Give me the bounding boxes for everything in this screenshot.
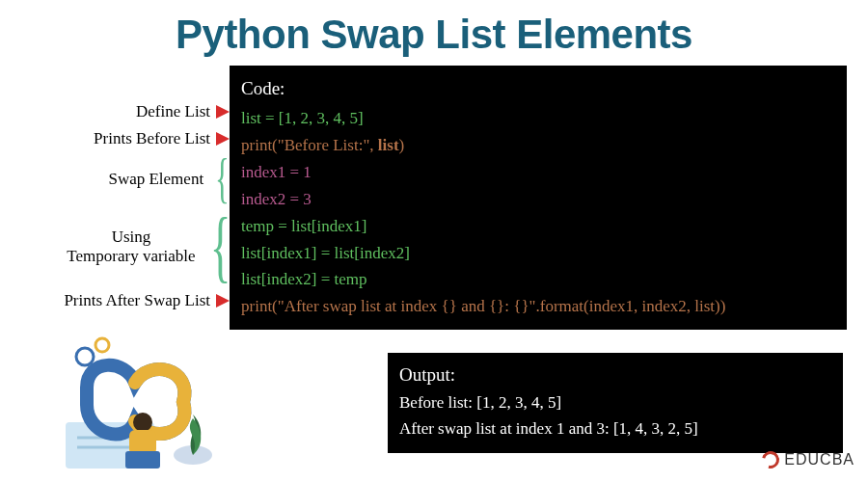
code-line-8: print("After swap list at index {} and {… bbox=[241, 293, 837, 320]
devops-illustration bbox=[58, 330, 231, 474]
code-heading: Code: bbox=[241, 73, 837, 103]
code-fragment: print("Before List:", bbox=[241, 136, 378, 154]
brand-text: EDUCBA bbox=[784, 451, 854, 469]
arrow-right-icon bbox=[216, 105, 230, 119]
code-fragment-bold: list bbox=[378, 136, 399, 154]
label-define-list: Define List bbox=[136, 98, 230, 125]
annotation-column: Define List Prints Before List Swap Elem… bbox=[4, 66, 230, 314]
output-heading: Output: bbox=[399, 361, 831, 388]
label-text: Prints After Swap List bbox=[64, 291, 210, 310]
output-line-2: After swap list at index 1 and 3: [1, 4,… bbox=[399, 416, 831, 442]
code-line-5: temp = list[index1] bbox=[241, 213, 837, 240]
code-line-2: print("Before List:", list) bbox=[241, 132, 837, 159]
label-line2: Temporary variable bbox=[67, 247, 195, 266]
label-text: Swap Element bbox=[108, 170, 203, 189]
label-using-temp: Using Temporary variable { bbox=[67, 206, 230, 287]
arrow-right-icon bbox=[216, 294, 230, 308]
label-text: Define List bbox=[136, 102, 210, 121]
code-line-7: list[index2] = temp bbox=[241, 266, 837, 293]
output-line-1: Before list: [1, 2, 3, 4, 5] bbox=[399, 390, 831, 415]
illus-person-head bbox=[133, 413, 152, 432]
illus-laptop bbox=[125, 451, 160, 469]
brand-logo: EDUCBA bbox=[762, 451, 854, 469]
code-line-3: index1 = 1 bbox=[241, 159, 837, 186]
label-prints-before: Prints Before List bbox=[94, 125, 230, 152]
label-text: Prints Before List bbox=[94, 129, 210, 148]
code-line-4: index2 = 3 bbox=[241, 186, 837, 213]
label-text: Using Temporary variable bbox=[67, 228, 195, 265]
page-title: Python Swap List Elements bbox=[0, 0, 868, 66]
curly-brace-icon: { bbox=[209, 225, 231, 268]
code-fragment: ) bbox=[399, 136, 405, 154]
gear-icon bbox=[76, 348, 94, 365]
code-block: Code: list = [1, 2, 3, 4, 5] print("Befo… bbox=[230, 66, 847, 330]
gear-icon bbox=[95, 338, 109, 352]
label-line1: Using bbox=[112, 228, 151, 247]
label-prints-after: Prints After Swap List bbox=[64, 287, 230, 314]
code-line-1: list = [1, 2, 3, 4, 5] bbox=[241, 105, 837, 132]
code-line-6: list[index1] = list[index2] bbox=[241, 240, 837, 267]
output-block: Output: Before list: [1, 2, 3, 4, 5] Aft… bbox=[388, 353, 843, 453]
curly-brace-icon: { bbox=[215, 163, 230, 196]
brand-mark-icon bbox=[759, 448, 783, 472]
arrow-right-icon bbox=[216, 132, 230, 146]
main-content: Define List Prints Before List Swap Elem… bbox=[0, 66, 868, 330]
label-swap-element: Swap Element { bbox=[108, 152, 230, 206]
